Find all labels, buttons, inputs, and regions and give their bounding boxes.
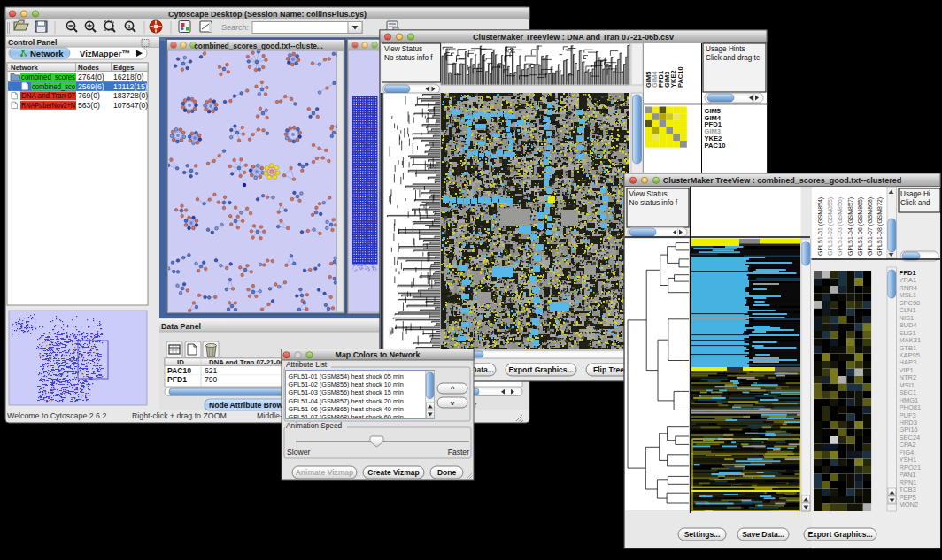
svg-text:GPL51-04 (GSM857): GPL51-04 (GSM857) [847,197,854,256]
svg-text:Slower: Slower [287,448,310,456]
svg-text:Node Attribute Brows: Node Attribute Brows [209,401,287,410]
svg-text:Click and drag tc: Click and drag tc [706,54,760,62]
svg-text:Usage Hi: Usage Hi [900,190,930,198]
svg-text:DNA and Tran 07-21-06: DNA and Tran 07-21-06 [209,358,284,366]
svg-text:combined_sco: combined_sco [32,82,75,91]
svg-text:Save Data...: Save Data... [742,530,784,539]
svg-text:combined_scores: combined_scores [21,73,75,81]
svg-text:Done: Done [437,468,457,477]
svg-text:Animate Vizmap: Animate Vizmap [296,468,354,477]
svg-text:combined_scores_good.txt--clus: combined_scores_good.txt--cluste... [194,42,323,50]
svg-text:DNA and Tran 07: DNA and Tran 07 [21,91,75,100]
svg-text:GPL51-06 (GSM865) heat shock 4: GPL51-06 (GSM865) heat shock 40 min [289,405,404,413]
svg-text:GPL51-04 (GSM857) heat shock 2: GPL51-04 (GSM857) heat shock 20 min [289,397,404,405]
svg-text:Cytoscape Desktop (Session Nam: Cytoscape Desktop (Session Name: collins… [168,10,367,19]
svg-text:Network: Network [30,49,64,58]
svg-text:View Status: View Status [384,45,422,53]
svg-text:107847(0): 107847(0) [113,101,148,110]
svg-text:VizMapper™: VizMapper™ [80,49,130,58]
svg-text:GPL51-02 (GSM855) heat shock 1: GPL51-02 (GSM855) heat shock 10 min [289,380,404,388]
svg-text:PFD1: PFD1 [167,375,187,384]
svg-text:1: 1 [127,24,130,29]
svg-text:GPL51-08 (GSM872): GPL51-08 (GSM872) [876,197,884,256]
svg-text:r: r [475,401,477,410]
svg-text:Map Colors to Network: Map Colors to Network [336,350,421,359]
svg-text:Control Panel: Control Panel [8,38,57,47]
svg-text:Search:: Search: [221,23,249,32]
svg-text:2569(6): 2569(6) [78,82,104,91]
svg-text:GPL51-03 (GSM856) heat shock 1: GPL51-03 (GSM856) heat shock 15 min [289,388,404,396]
svg-text:Animation Speed: Animation Speed [286,421,343,430]
svg-text:PAC10: PAC10 [167,366,191,375]
svg-text:v: v [451,399,455,407]
svg-text:Export Graphics...: Export Graphics... [807,530,872,539]
svg-text:No status info f: No status info f [384,54,433,62]
svg-text:16218(0): 16218(0) [113,73,144,81]
svg-text:Faster: Faster [448,448,469,456]
svg-text:Click and: Click and [900,199,930,207]
svg-text:Export Graphics...: Export Graphics... [508,365,573,374]
svg-text:GPL51-01 (GSM854): GPL51-01 (GSM854) [817,197,824,256]
svg-text:563(0): 563(0) [78,101,100,110]
svg-text:Usage Hints: Usage Hints [706,45,745,53]
svg-text:GPL51-03 (GSM856): GPL51-03 (GSM856) [837,197,844,256]
svg-text:2764(0): 2764(0) [78,73,104,81]
svg-text:790: 790 [205,375,218,384]
svg-text:769(0): 769(0) [78,91,100,100]
svg-text:GPL51-01 (GSM854) heat shock 0: GPL51-01 (GSM854) heat shock 05 min [289,372,404,380]
svg-text:Network: Network [11,64,38,72]
svg-text:PAC10: PAC10 [676,66,684,88]
svg-text:GPL51-06 (GSM865): GPL51-06 (GSM865) [857,197,864,256]
svg-text:Data Panel: Data Panel [161,322,201,331]
svg-text:No status info f: No status info f [629,199,678,207]
svg-text:183728(0): 183728(0) [113,91,148,100]
svg-text:View Status: View Status [629,190,668,198]
svg-text:Welcome to Cytoscape 2.6.2: Welcome to Cytoscape 2.6.2 [7,411,106,420]
svg-text:621: 621 [205,366,218,375]
svg-text:Create Vizmap: Create Vizmap [367,468,419,477]
svg-text:PAC10: PAC10 [705,142,726,150]
svg-text:13112(15): 13112(15) [113,82,148,91]
svg-text:Nodes: Nodes [78,64,99,72]
svg-text:ClusterMaker TreeView : DNA an: ClusterMaker TreeView : DNA and Tran 07-… [473,33,674,42]
svg-text:MON2: MON2 [900,501,919,509]
svg-text:GPL51-02 (GSM855): GPL51-02 (GSM855) [827,197,834,256]
svg-text:Edges: Edges [113,64,135,72]
svg-text:GPL51-07 (GSM868): GPL51-07 (GSM868) [867,197,874,256]
svg-text:^: ^ [451,385,455,393]
svg-text:Settings...: Settings... [684,530,721,539]
svg-text:ClusterMaker TreeView : combin: ClusterMaker TreeView : combined_scores_… [663,176,901,185]
svg-text:Attribute List: Attribute List [286,360,328,369]
svg-text:RNAPuberNov2+N: RNAPuberNov2+N [21,101,75,110]
svg-text:Right-click + drag to ZOOM: Right-click + drag to ZOOM [132,411,227,420]
